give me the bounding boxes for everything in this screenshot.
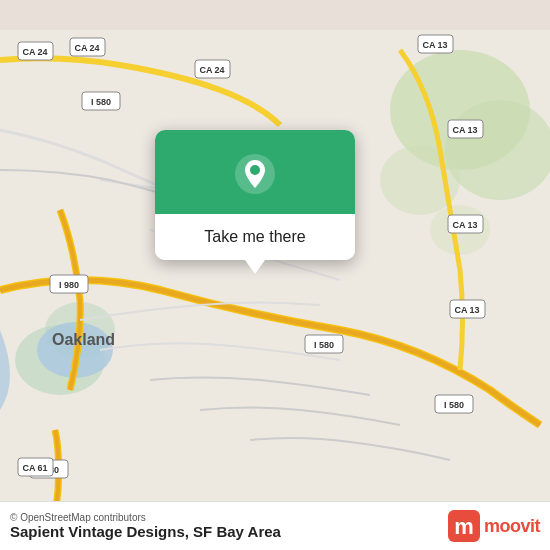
popup-green-area xyxy=(155,130,355,214)
svg-text:CA 24: CA 24 xyxy=(199,65,224,75)
svg-text:CA 13: CA 13 xyxy=(422,40,447,50)
svg-text:Oakland: Oakland xyxy=(52,331,115,348)
svg-text:m: m xyxy=(454,514,474,539)
svg-text:I 580: I 580 xyxy=(444,400,464,410)
bottom-bar: © OpenStreetMap contributors Sapient Vin… xyxy=(0,501,550,550)
location-pin-icon xyxy=(233,152,277,196)
svg-point-2 xyxy=(445,100,550,200)
location-name: Sapient Vintage Designs, SF Bay Area xyxy=(10,523,281,540)
svg-text:CA 61: CA 61 xyxy=(22,463,47,473)
svg-text:CA 13: CA 13 xyxy=(454,305,479,315)
svg-text:I 580: I 580 xyxy=(314,340,334,350)
moovit-icon: m xyxy=(448,510,480,542)
svg-point-36 xyxy=(250,165,260,175)
map-container: I 580 I 580 I 980 I 880 CA 24 CA 24 CA 2… xyxy=(0,0,550,550)
bottom-left-info: © OpenStreetMap contributors Sapient Vin… xyxy=(10,512,281,540)
svg-text:CA 13: CA 13 xyxy=(452,125,477,135)
moovit-text: moovit xyxy=(484,516,540,537)
popup-card: Take me there xyxy=(155,130,355,260)
take-me-there-button[interactable]: Take me there xyxy=(155,214,355,260)
moovit-logo: m moovit xyxy=(448,510,540,542)
svg-text:CA 13: CA 13 xyxy=(452,220,477,230)
attribution-text: © OpenStreetMap contributors xyxy=(10,512,281,523)
map-background: I 580 I 580 I 980 I 880 CA 24 CA 24 CA 2… xyxy=(0,0,550,550)
svg-text:I 580: I 580 xyxy=(91,97,111,107)
svg-text:CA 24: CA 24 xyxy=(22,47,47,57)
svg-text:CA 24: CA 24 xyxy=(74,43,99,53)
popup-tail xyxy=(245,260,265,274)
svg-text:I 980: I 980 xyxy=(59,280,79,290)
